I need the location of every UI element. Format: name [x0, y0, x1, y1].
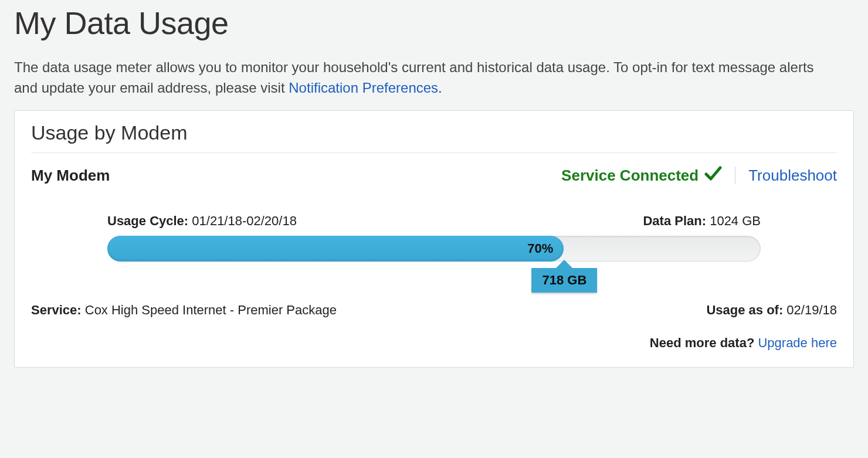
need-more-label: Need more data? — [650, 335, 755, 350]
upgrade-row: Need more data? Upgrade here — [31, 335, 837, 351]
usage-asof-label: Usage as of: — [706, 303, 783, 317]
service-value: Cox High Speed Internet - Premier Packag… — [85, 303, 337, 317]
service-label: Service: — [31, 303, 82, 317]
service-status-text: Service Connected — [561, 167, 699, 185]
usage-asof: Usage as of: 02/19/18 — [706, 303, 837, 318]
usage-card: Usage by Modem My Modem Service Connecte… — [14, 110, 854, 368]
usage-cycle-label: Usage Cycle: — [107, 213, 188, 228]
intro-text: The data usage meter allows you to monit… — [14, 57, 835, 99]
intro-part2: . — [438, 80, 442, 96]
page-title: My Data Usage — [14, 5, 854, 41]
data-plan: Data Plan: 1024 GB — [643, 213, 761, 229]
checkmark-icon — [704, 166, 722, 185]
usage-meter: Usage Cycle: 01/21/18-02/20/18 Data Plan… — [31, 213, 837, 262]
card-title: Usage by Modem — [31, 121, 837, 153]
modem-name: My Modem — [31, 167, 561, 185]
service-row: Service: Cox High Speed Internet - Premi… — [31, 303, 837, 318]
usage-cycle-value: 01/21/18-02/20/18 — [192, 213, 297, 228]
meter-track: 70% 718 GB — [107, 236, 761, 262]
vertical-divider — [735, 167, 735, 184]
usage-cycle: Usage Cycle: 01/21/18-02/20/18 — [107, 213, 297, 229]
notification-preferences-link[interactable]: Notification Preferences — [289, 80, 438, 96]
meter-labels: Usage Cycle: 01/21/18-02/20/18 Data Plan… — [107, 213, 761, 229]
data-plan-value: 1024 GB — [710, 213, 761, 228]
service-desc: Service: Cox High Speed Internet - Premi… — [31, 303, 337, 318]
data-plan-label: Data Plan: — [643, 213, 706, 228]
service-status: Service Connected — [561, 166, 722, 185]
usage-asof-value: 02/19/18 — [786, 303, 837, 317]
upgrade-link[interactable]: Upgrade here — [758, 335, 837, 350]
status-row: My Modem Service Connected Troubleshoot — [31, 166, 837, 185]
usage-callout: 718 GB — [531, 268, 597, 293]
meter-percent: 70% — [527, 241, 553, 256]
troubleshoot-link[interactable]: Troubleshoot — [748, 167, 837, 185]
meter-fill: 70% — [107, 236, 564, 262]
